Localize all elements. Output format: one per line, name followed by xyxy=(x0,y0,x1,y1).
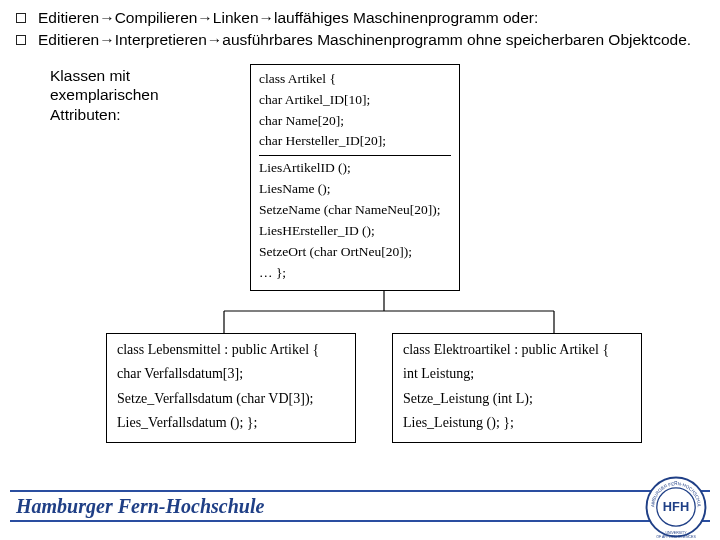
code-line: class Elektroartikel : public Artikel { xyxy=(403,338,631,363)
code-line: SetzeOrt (char OrtNeu[20]); xyxy=(259,242,451,263)
code-line: int Leistung; xyxy=(403,362,631,387)
slide-content: Editieren→Compilieren→Linken→lauffähiges… xyxy=(0,0,720,461)
code-line: Lies_Verfallsdatum (); }; xyxy=(117,411,345,436)
code-line: class Lebensmittel : public Artikel { xyxy=(117,338,345,363)
code-line: Lies_Leistung (); }; xyxy=(403,411,631,436)
code-box-elektroartikel: class Elektroartikel : public Artikel { … xyxy=(392,333,642,443)
code-box-artikel: class Artikel { char Artikel_ID[10]; cha… xyxy=(250,64,460,291)
bullet-text: Editieren→Interpretieren→ausführbares Ma… xyxy=(38,30,706,50)
inheritance-tree: class Lebensmittel : public Artikel { ch… xyxy=(14,291,706,461)
code-line: char Verfallsdatum[3]; xyxy=(117,362,345,387)
slide-footer: Hamburger Fern-Hochschule HFH HAMBURGER … xyxy=(0,478,720,540)
divider xyxy=(259,155,451,156)
svg-text:HFH: HFH xyxy=(663,499,689,514)
footer-rule xyxy=(10,490,710,492)
bullet-item: Editieren→Interpretieren→ausführbares Ma… xyxy=(14,30,706,50)
code-line: Setze_Leistung (int L); xyxy=(403,387,631,412)
footer-rule xyxy=(10,520,710,522)
code-line: class Artikel { xyxy=(259,69,451,90)
code-line: char Artikel_ID[10]; xyxy=(259,90,451,111)
code-line: SetzeName (char NameNeu[20]); xyxy=(259,200,451,221)
code-line: char Name[20]; xyxy=(259,111,451,132)
bullet-item: Editieren→Compilieren→Linken→lauffähiges… xyxy=(14,8,706,28)
section-label: Klassen mit exemplarischen Attributen: xyxy=(50,64,220,291)
code-line: LiesArtikelID (); xyxy=(259,158,451,179)
class-section: Klassen mit exemplarischen Attributen: c… xyxy=(14,64,706,291)
hfh-logo-icon: HFH HAMBURGER FERN-HOCHSCHULE UNIVERSITY… xyxy=(644,475,708,539)
code-line: char Hersteller_ID[20]; xyxy=(259,131,451,152)
code-line: LiesHErsteller_ID (); xyxy=(259,221,451,242)
bullet-marker-icon xyxy=(16,13,26,23)
code-line: LiesName (); xyxy=(259,179,451,200)
code-line: Setze_Verfallsdatum (char VD[3]); xyxy=(117,387,345,412)
footer-title: Hamburger Fern-Hochschule xyxy=(16,495,264,518)
bullet-text: Editieren→Compilieren→Linken→lauffähiges… xyxy=(38,8,706,28)
bullet-marker-icon xyxy=(16,35,26,45)
code-line: … }; xyxy=(259,263,451,284)
bullet-list: Editieren→Compilieren→Linken→lauffähiges… xyxy=(14,8,706,50)
svg-text:OF APPLIED SCIENCES: OF APPLIED SCIENCES xyxy=(656,535,696,539)
code-box-lebensmittel: class Lebensmittel : public Artikel { ch… xyxy=(106,333,356,443)
